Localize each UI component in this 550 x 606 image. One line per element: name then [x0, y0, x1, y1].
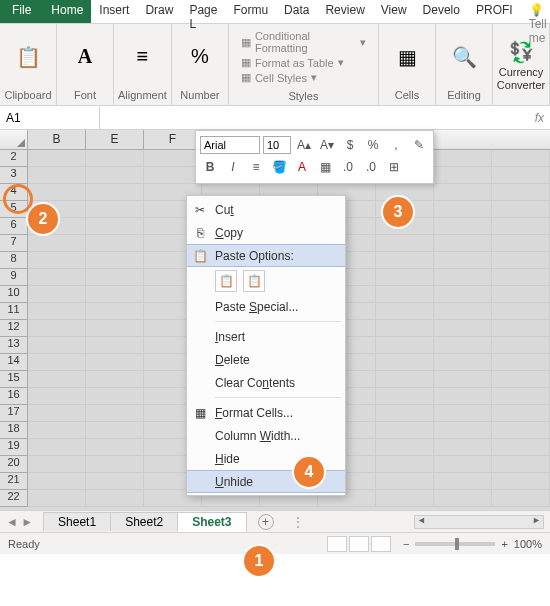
cells-button[interactable]: ▦ [383, 43, 431, 71]
cell[interactable] [86, 201, 144, 218]
zoom-slider[interactable] [415, 542, 495, 546]
cell[interactable] [86, 354, 144, 371]
cell[interactable] [86, 371, 144, 388]
zoom-level[interactable]: 100% [514, 538, 542, 550]
cell[interactable] [434, 371, 492, 388]
cell[interactable] [434, 184, 492, 201]
cell[interactable] [86, 252, 144, 269]
cell[interactable] [492, 456, 550, 473]
cell[interactable] [28, 167, 86, 184]
cell[interactable] [376, 422, 434, 439]
zoom-in-button[interactable]: + [501, 538, 507, 550]
row-header[interactable]: 22 [0, 490, 28, 507]
sheet-tab[interactable]: Sheet2 [110, 512, 178, 531]
percent-format-icon[interactable]: % [363, 135, 383, 155]
grow-font-icon[interactable]: A▴ [294, 135, 314, 155]
menu-cut[interactable]: ✂Cut [187, 198, 345, 221]
cell[interactable] [28, 286, 86, 303]
row-header[interactable]: 19 [0, 439, 28, 456]
increase-decimal-icon[interactable]: .0 [338, 157, 358, 177]
row-header[interactable]: 12 [0, 320, 28, 337]
row-header[interactable]: 18 [0, 422, 28, 439]
cell[interactable] [434, 167, 492, 184]
alignment-button[interactable]: ≡ [118, 43, 166, 71]
cell[interactable] [376, 405, 434, 422]
select-all-corner[interactable] [0, 130, 28, 149]
tab-page-layout[interactable]: Page L [181, 0, 225, 23]
sheet-nav-arrows[interactable]: ◄ ► [6, 515, 33, 529]
menu-insert[interactable]: Insert [187, 325, 345, 348]
cell[interactable] [434, 286, 492, 303]
cell[interactable] [376, 235, 434, 252]
row-header[interactable]: 11 [0, 303, 28, 320]
cell[interactable] [28, 490, 86, 507]
cell-styles-button[interactable]: ▦ Cell Styles ▾ [241, 71, 317, 84]
tab-profi[interactable]: PROFI [468, 0, 521, 23]
tab-view[interactable]: View [373, 0, 415, 23]
cell[interactable] [492, 252, 550, 269]
shrink-font-icon[interactable]: A▾ [317, 135, 337, 155]
cell[interactable] [492, 439, 550, 456]
font-button[interactable]: A [61, 43, 109, 71]
cell[interactable] [28, 184, 86, 201]
cell[interactable] [434, 252, 492, 269]
sheet-tab-active[interactable]: Sheet3 [177, 512, 246, 532]
cell[interactable] [376, 320, 434, 337]
cell[interactable] [492, 150, 550, 167]
zoom-out-button[interactable]: − [403, 538, 409, 550]
cell[interactable] [492, 422, 550, 439]
cell[interactable] [86, 456, 144, 473]
view-page-layout-button[interactable] [349, 536, 369, 552]
row-header[interactable]: 9 [0, 269, 28, 286]
cell[interactable] [434, 201, 492, 218]
cell[interactable] [376, 388, 434, 405]
cell[interactable] [28, 439, 86, 456]
cell[interactable] [492, 320, 550, 337]
cell[interactable] [144, 167, 202, 184]
col-header[interactable]: B [28, 130, 86, 149]
merge-icon[interactable]: ⊞ [384, 157, 404, 177]
italic-icon[interactable]: I [223, 157, 243, 177]
cell[interactable] [434, 303, 492, 320]
editing-button[interactable]: 🔍 [440, 43, 488, 71]
cell[interactable] [28, 235, 86, 252]
number-button[interactable]: % [176, 43, 224, 71]
cell[interactable] [492, 286, 550, 303]
tab-review[interactable]: Review [317, 0, 372, 23]
tab-draw[interactable]: Draw [137, 0, 181, 23]
row-header[interactable]: 14 [0, 354, 28, 371]
row-header[interactable]: 2 [0, 150, 28, 167]
cell[interactable] [434, 422, 492, 439]
sheet-tab[interactable]: Sheet1 [43, 512, 111, 531]
cell[interactable] [86, 303, 144, 320]
cell[interactable] [376, 456, 434, 473]
tab-file[interactable]: File [0, 0, 43, 23]
cell[interactable] [86, 473, 144, 490]
cell[interactable] [376, 354, 434, 371]
cell[interactable] [434, 218, 492, 235]
cell[interactable] [28, 473, 86, 490]
cell[interactable] [86, 184, 144, 201]
cell[interactable] [434, 150, 492, 167]
cell[interactable] [86, 388, 144, 405]
cell[interactable] [434, 235, 492, 252]
align-icon[interactable]: ≡ [246, 157, 266, 177]
row-header[interactable]: 10 [0, 286, 28, 303]
cell[interactable] [434, 490, 492, 507]
cell[interactable] [434, 388, 492, 405]
tab-data[interactable]: Data [276, 0, 317, 23]
cell[interactable] [376, 269, 434, 286]
menu-format-cells[interactable]: ▦Format Cells... [187, 401, 345, 424]
menu-clear-contents[interactable]: Clear Contents [187, 371, 345, 394]
cell[interactable] [492, 371, 550, 388]
cell[interactable] [434, 354, 492, 371]
cell[interactable] [86, 218, 144, 235]
cell[interactable] [492, 473, 550, 490]
mini-font-select[interactable] [200, 136, 260, 154]
bold-icon[interactable]: B [200, 157, 220, 177]
row-header[interactable]: 6 [0, 218, 28, 235]
cell[interactable] [86, 235, 144, 252]
cell[interactable] [492, 490, 550, 507]
cell[interactable] [28, 303, 86, 320]
tab-developer[interactable]: Develo [415, 0, 468, 23]
